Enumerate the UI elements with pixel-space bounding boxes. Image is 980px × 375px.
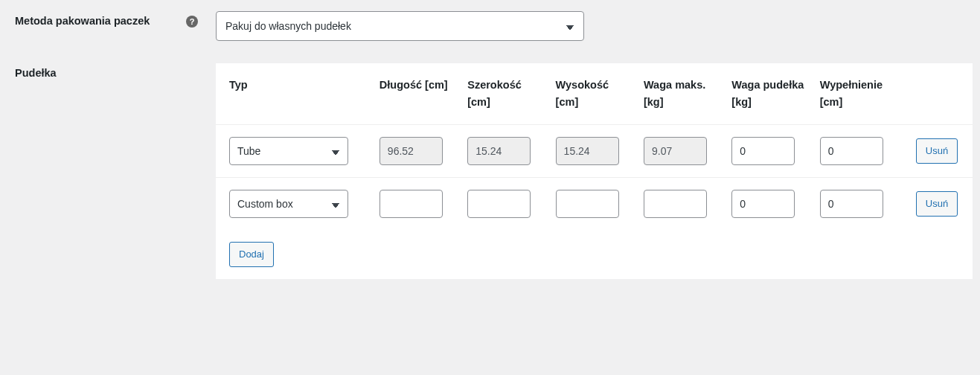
height-input[interactable] bbox=[556, 137, 619, 165]
label-packing-method: Metoda pakowania paczek bbox=[0, 0, 186, 52]
add-box-button[interactable]: Dodaj bbox=[229, 242, 274, 267]
box-type-select[interactable]: Tube bbox=[229, 137, 348, 165]
col-header-max-weight: Waga maks. [kg] bbox=[636, 63, 724, 125]
help-icon[interactable]: ? bbox=[186, 16, 198, 28]
remove-box-button[interactable]: Usuń bbox=[916, 138, 958, 164]
length-input[interactable] bbox=[379, 190, 443, 218]
box-weight-input[interactable] bbox=[731, 190, 795, 218]
table-row: Custom boxUsuń bbox=[216, 178, 973, 231]
max-weight-input[interactable] bbox=[644, 190, 707, 218]
padding-input[interactable] bbox=[820, 137, 883, 165]
max-weight-input[interactable] bbox=[644, 137, 707, 165]
boxes-table-wrap: Typ Długość [cm] Szerokość [cm] Wysokość… bbox=[216, 63, 973, 279]
padding-input[interactable] bbox=[820, 190, 883, 218]
remove-box-button[interactable]: Usuń bbox=[916, 191, 958, 217]
width-input[interactable] bbox=[467, 137, 531, 165]
packing-method-select[interactable]: Pakuj do własnych pudełek bbox=[216, 11, 584, 41]
width-input[interactable] bbox=[467, 190, 531, 218]
settings-form-table: Metoda pakowania paczek ? Pakuj do własn… bbox=[0, 0, 980, 290]
col-header-box-weight: Waga pudełka [kg] bbox=[724, 63, 812, 125]
col-header-height: Wysokość [cm] bbox=[548, 63, 636, 125]
col-header-padding: Wypełnienie [cm] bbox=[813, 63, 909, 125]
height-input[interactable] bbox=[556, 190, 619, 218]
length-input[interactable] bbox=[379, 137, 443, 165]
label-boxes: Pudełka bbox=[0, 52, 186, 290]
col-header-width: Szerokość [cm] bbox=[460, 63, 548, 125]
col-header-length: Długość [cm] bbox=[372, 63, 460, 125]
box-weight-input[interactable] bbox=[731, 137, 795, 165]
box-type-select[interactable]: Custom box bbox=[229, 190, 348, 218]
boxes-table: Typ Długość [cm] Szerokość [cm] Wysokość… bbox=[216, 63, 973, 279]
col-header-type: Typ bbox=[216, 63, 372, 125]
table-row: TubeUsuń bbox=[216, 125, 973, 178]
